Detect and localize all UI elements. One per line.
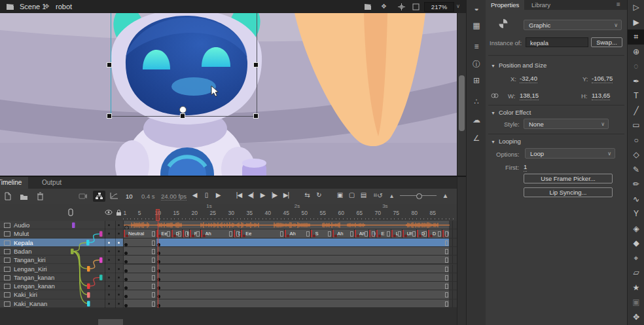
layer-lock-dot[interactable] (118, 277, 120, 278)
frame-span[interactable] (156, 265, 449, 273)
keyframe-dot[interactable] (124, 278, 128, 281)
stage-zoom-level[interactable]: 217% (424, 2, 454, 12)
layer-visibility-dot[interactable] (108, 242, 110, 244)
eraser-tool[interactable]: ▱ (628, 265, 644, 280)
swap-button[interactable]: Swap... (591, 37, 622, 47)
y-value[interactable]: -106,75 (592, 75, 613, 83)
frame-span[interactable]: M (368, 229, 376, 237)
link-width-height-icon[interactable] (491, 92, 499, 100)
paint-bucket-tool[interactable]: ◈ (628, 221, 644, 237)
frame-row-kaki_kiri[interactable] (123, 290, 457, 299)
frame-span[interactable] (156, 256, 449, 263)
new-folder-icon[interactable] (20, 193, 28, 201)
layer-lock-dot[interactable] (118, 250, 120, 252)
frame-row-kepala[interactable] (123, 239, 457, 247)
lock-all-layers-icon[interactable] (116, 209, 122, 216)
stage-canvas[interactable] (0, 13, 457, 176)
camera-icon[interactable] (79, 193, 88, 200)
center-frame-button[interactable]: ⇆ (304, 191, 310, 199)
frame-span[interactable] (156, 239, 449, 246)
keyframe-dot[interactable] (124, 269, 128, 273)
edit-scene-icon[interactable] (364, 3, 372, 10)
playhead-marker[interactable] (156, 209, 160, 221)
layer-lock-dot[interactable] (118, 242, 120, 244)
frame-span[interactable]: D (416, 229, 427, 237)
layer-lock-dot[interactable] (118, 268, 120, 270)
frame-span[interactable] (123, 221, 449, 229)
elapsed-time-value[interactable]: 0.4 s (141, 193, 155, 200)
frame-span[interactable] (123, 282, 156, 290)
lasso-tool[interactable]: ◌ (628, 59, 644, 74)
frame-span[interactable]: S (442, 229, 449, 237)
frame-row-mulut[interactable]: NeutralEeDEeFAhDEeAhSAhAhMELUhDDS (123, 229, 457, 238)
frame-span[interactable]: D (233, 229, 240, 237)
frame-span[interactable] (123, 247, 156, 255)
keyframe-dot[interactable] (124, 286, 128, 290)
playhead-options-icon[interactable] (68, 208, 73, 216)
layer-lock-dot[interactable] (118, 259, 120, 261)
layer-visibility-dot[interactable] (108, 277, 110, 278)
frame-span[interactable]: S (310, 229, 332, 237)
loop-button[interactable]: ↻ (315, 191, 322, 199)
frame-span[interactable]: L (391, 229, 402, 237)
clip-content-icon[interactable] (412, 3, 420, 10)
frame-span[interactable] (156, 247, 449, 255)
brush-tool[interactable]: ✏ (628, 177, 644, 192)
polystar-tool[interactable]: ◇ (628, 147, 644, 162)
bone-tool[interactable]: Y (628, 206, 644, 221)
panel-menu-icon[interactable]: ≡ (617, 1, 620, 8)
color-effect-section-header[interactable]: ▼Color Effect (491, 109, 531, 116)
current-frame-value[interactable]: 10 (126, 193, 133, 200)
frame-span[interactable]: Neutral (123, 229, 156, 237)
frame-span[interactable] (156, 299, 449, 307)
frame-marker-button[interactable]: ▯ (203, 191, 209, 199)
layer-visibility-dot[interactable] (108, 233, 110, 235)
layer-lock-dot[interactable] (118, 303, 120, 305)
new-layer-icon[interactable] (4, 192, 12, 201)
frame-span[interactable]: Ee (156, 229, 170, 237)
frame-span[interactable] (156, 273, 449, 281)
reset-timeline-zoom-button[interactable]: ↺ (376, 192, 383, 199)
breadcrumb-scene[interactable]: Scene 1 (20, 3, 46, 10)
step-forward-button[interactable]: ▶ (215, 191, 221, 199)
step-back-button[interactable]: ◀ (191, 191, 198, 199)
frame-span[interactable]: Ee (182, 229, 189, 237)
frame-span[interactable]: Uh (402, 229, 416, 237)
selection-handle-right[interactable] (253, 62, 259, 67)
selection-handle-bottom-right[interactable] (253, 113, 259, 119)
camera-tool[interactable]: ▣ (628, 295, 644, 310)
layer-visibility-dot[interactable] (108, 303, 110, 305)
layer-lock-dot[interactable] (118, 224, 120, 226)
timeline-zoom-knob[interactable] (416, 193, 422, 199)
zoom-in-timeline-button[interactable]: ▲ (442, 192, 448, 199)
timeline-frame-ruler[interactable]: 15101520253035404550556065707580851s2s3s (123, 204, 457, 221)
selection-tool[interactable]: ▷ (628, 0, 644, 15)
color-style-dropdown[interactable]: None ∨ (524, 119, 609, 129)
frame-row-lengan_kanan[interactable] (123, 282, 457, 290)
layer-visibility-dot[interactable] (108, 224, 110, 226)
layer-visibility-dot[interactable] (108, 294, 110, 296)
frame-span[interactable] (123, 273, 156, 281)
keyframe-dot[interactable] (124, 304, 128, 307)
w-value[interactable]: 138,15 (520, 92, 539, 100)
align-panel-icon[interactable]: ≡ (467, 42, 486, 51)
frame-span[interactable] (123, 239, 156, 246)
looping-section-header[interactable]: ▼Looping (491, 138, 521, 145)
frame-span[interactable] (123, 256, 156, 263)
onion-skin-button[interactable]: ▣ (336, 191, 343, 199)
timeline-zoom-slider[interactable] (400, 195, 437, 196)
frame-span[interactable] (156, 290, 449, 298)
tab-timeline[interactable]: Timeline (0, 177, 28, 189)
line-tool[interactable]: ╱ (628, 104, 644, 119)
text-tool[interactable]: T (628, 88, 644, 104)
rectangle-tool[interactable]: ▭ (628, 118, 644, 133)
frame-span[interactable] (123, 290, 156, 298)
frame-span[interactable] (156, 282, 449, 290)
instance-name-field[interactable]: kepala (526, 37, 588, 47)
gradient-transform-tool[interactable]: ⊕ (628, 45, 644, 60)
frame-row-audio[interactable] (123, 221, 457, 229)
looping-options-dropdown[interactable]: Loop ∨ (525, 148, 615, 159)
layer-lock-dot[interactable] (118, 294, 120, 296)
edit-symbols-icon[interactable]: ❖ (381, 3, 387, 10)
free-transform-tool[interactable]: ⌗ (628, 29, 644, 45)
